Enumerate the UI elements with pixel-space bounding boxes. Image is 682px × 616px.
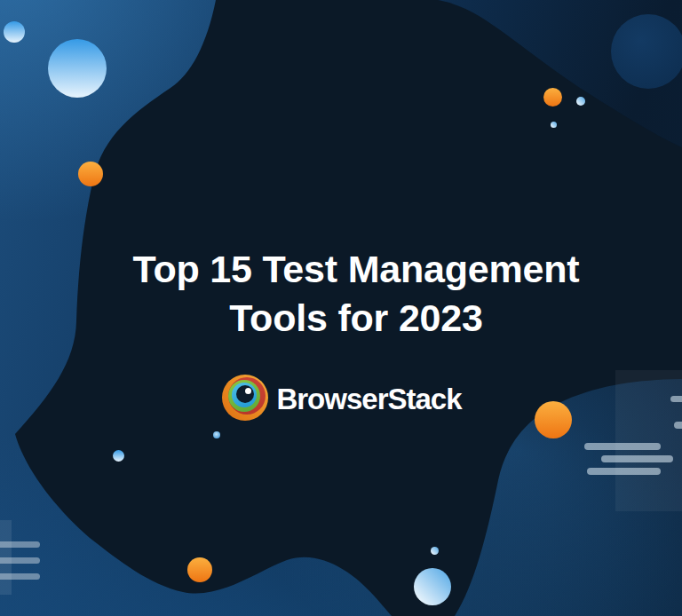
blue-dot-middle-left [113, 450, 124, 462]
orange-circle-top-right [543, 88, 562, 107]
brand-name: BrowserStack [276, 383, 461, 416]
blue-dot-top-left [4, 21, 25, 43]
decor-line-bottom-left-3 [0, 573, 40, 580]
page-title: Top 15 Test Management Tools for 2023 [15, 245, 682, 343]
blue-dot-center [213, 431, 220, 438]
logo-pupil [236, 385, 254, 403]
logo-glint [245, 388, 251, 394]
browserstack-eye-icon [222, 375, 268, 421]
brand-row: BrowserStack [1, 375, 682, 421]
white-circle-bottom [414, 568, 451, 605]
blue-dot-top-right-a [576, 97, 585, 106]
decor-line-right-3 [587, 468, 661, 475]
blue-dot-top-right-b [551, 122, 557, 128]
decor-line-right-2 [601, 455, 673, 462]
orange-circle-left [78, 162, 103, 186]
blue-circle-top-left [48, 39, 107, 98]
decor-line-right-1 [584, 443, 661, 450]
orange-circle-bottom [187, 557, 212, 582]
title-line-2: Tools for 2023 [15, 294, 682, 343]
navy-circle-top-right [611, 14, 682, 89]
decor-line-bottom-left-1 [0, 541, 40, 548]
decor-line-bottom-left-2 [0, 557, 40, 564]
title-line-1: Top 15 Test Management [15, 245, 682, 294]
blue-dot-bottom-right [431, 547, 439, 555]
decor-line-right-stub-2 [674, 422, 682, 429]
